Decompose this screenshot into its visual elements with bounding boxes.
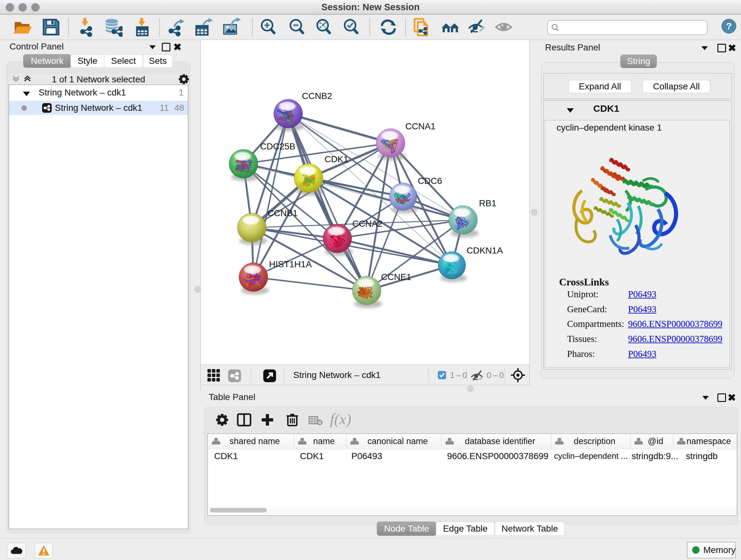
svg-text:CCNA1: CCNA1 (405, 121, 435, 131)
svg-text:CCNA2: CCNA2 (352, 219, 383, 229)
svg-text:CDKN1A: CDKN1A (467, 246, 503, 255)
svg-text:CDC6: CDC6 (418, 176, 442, 186)
svg-text:CDK1: CDK1 (325, 154, 348, 164)
svg-text:HIST1H1A: HIST1H1A (269, 259, 312, 269)
svg-text:CCNB2: CCNB2 (302, 91, 332, 101)
svg-text:CDC25B: CDC25B (260, 141, 295, 151)
svg-text:CCNE1: CCNE1 (381, 272, 411, 282)
svg-text:CCNB1: CCNB1 (267, 208, 298, 218)
svg-text:RB1: RB1 (479, 198, 496, 208)
